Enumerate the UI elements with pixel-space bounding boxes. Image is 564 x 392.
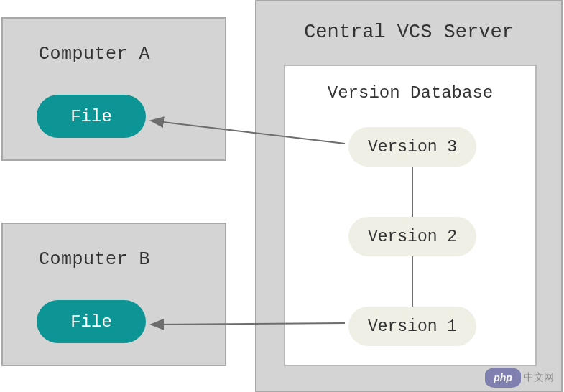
computer-a-file-pill: File bbox=[37, 95, 146, 138]
computer-a-box: Computer A File bbox=[1, 17, 226, 161]
computer-a-label: Computer A bbox=[39, 44, 225, 65]
version-3-pill: Version 3 bbox=[348, 127, 476, 167]
server-box: Central VCS Server Version Database Vers… bbox=[255, 0, 563, 392]
computer-b-label: Computer B bbox=[39, 249, 225, 270]
connector-2-1 bbox=[412, 256, 413, 307]
connector-3-2 bbox=[412, 167, 413, 217]
version-1-label: Version 1 bbox=[368, 317, 457, 336]
version-database-box: Version Database Version 3 Version 2 Ver… bbox=[284, 65, 537, 366]
watermark-text: 中文网 bbox=[524, 371, 554, 384]
version-database-title: Version Database bbox=[285, 83, 535, 103]
computer-b-box: Computer B File bbox=[1, 223, 226, 366]
computer-a-file-label: File bbox=[70, 107, 112, 126]
server-title: Central VCS Server bbox=[256, 22, 561, 43]
version-1-pill: Version 1 bbox=[348, 307, 476, 346]
version-2-label: Version 2 bbox=[368, 228, 457, 246]
computer-b-file-label: File bbox=[70, 312, 112, 332]
version-2-pill: Version 2 bbox=[348, 217, 476, 256]
computer-b-file-pill: File bbox=[37, 300, 146, 343]
watermark-logo: php bbox=[485, 368, 521, 388]
watermark: php 中文网 bbox=[485, 368, 554, 388]
version-3-label: Version 3 bbox=[368, 138, 457, 157]
